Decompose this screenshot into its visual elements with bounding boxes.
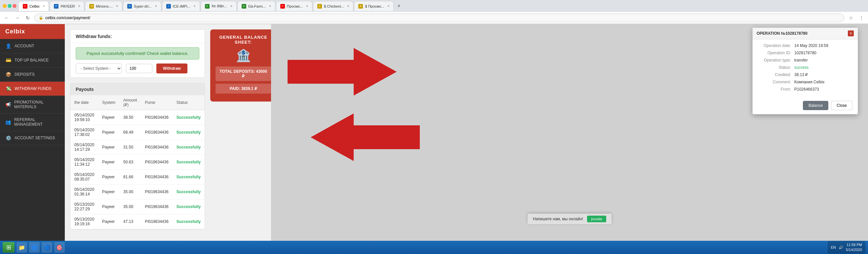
tab-payeer[interactable]: P PAYEER × [50,1,84,11]
tab-minions[interactable]: M Minions-... × [85,1,122,11]
cell-system: Payeer [98,199,119,214]
tabs-bar: C Celbix × P PAYEER × M Minions-... × S … [0,0,868,12]
tab-close-ice[interactable]: × [194,4,196,8]
tab-ice[interactable]: I ICE-IMPi... × [162,1,200,11]
table-row[interactable]: 05/14/2020 08:35:07 Payeer 81.66 PI01963… [70,170,205,185]
cell-date: 05/13/2020 19:19:16 [70,214,98,229]
reload-btn[interactable]: ↻ [24,14,32,22]
tab-xe[interactable]: X Xe điện... × [200,1,237,11]
tab-prosmo2[interactable]: $ $ Просмо... × [354,1,394,11]
sidebar-item-deposits[interactable]: 📦 DEPOSITS [0,67,65,82]
dialog-row-status: Status: success [758,65,852,70]
forward-btn[interactable]: → [13,14,21,22]
new-tab-btn[interactable]: + [394,1,404,10]
tab-close-xe[interactable]: × [230,4,232,8]
sidebar-item-account[interactable]: 👤 ACCOUNT [0,39,65,53]
tab-close-prosmo1[interactable]: × [306,4,308,8]
address-bar[interactable]: 🔒 celbix.com/user/payment/ [34,13,844,22]
start-btn[interactable]: ⊞ [3,242,14,253]
tab-syper[interactable]: S Syper-dri... × [123,1,161,11]
chat-btn[interactable]: jivosite [587,216,606,222]
cell-date: 05/14/2020 19:59:10 [70,110,98,125]
operation-type-label: Operation type: [758,58,794,62]
sidebar-item-settings[interactable]: ⚙️ ACCOUNT SETTINGS [0,131,65,145]
annotation-area: OPERATION №1028178780 × Operation date: … [271,24,868,241]
cell-purse: PI019634436 [141,185,172,199]
withdraw-btn[interactable]: Withdraw [156,63,187,74]
table-row[interactable]: 05/14/2020 19:59:10 Payeer 38.50 PI01963… [70,110,205,125]
maximize-btn[interactable] [8,4,11,8]
total-deposits-stat: TOTAL DEPOSITS: 43000 ₽ [216,66,271,81]
tab-label-celbix: Celbix [29,4,40,8]
sidebar-item-promo[interactable]: 📢 PROMOTIONAL MATERIALS [0,96,65,113]
tab-close-minions[interactable]: × [116,4,118,8]
cell-system: Payeer [98,110,119,125]
cell-date: 05/14/2020 17:38:02 [70,125,98,140]
sidebar-label-withdraw: WITHDRAW FUNDS [14,86,52,91]
from-value: P1026466373 [794,87,852,92]
table-row[interactable]: 05/13/2020 19:19:16 Payeer 47.13 PI01963… [70,214,205,229]
tab-close-chicken[interactable]: × [347,4,349,8]
back-btn[interactable]: ← [3,14,10,22]
tab-label-ice: ICE-IMPi... [173,4,190,8]
bank-icon: 🏦 [216,49,271,62]
menu-btn[interactable]: ⋮ [858,14,865,22]
close-window-btn[interactable] [12,4,17,8]
cell-purse: PI019634436 [141,110,172,125]
tab-chicken[interactable]: $ $ Chickeni... × [313,1,353,11]
tab-favicon-payeer: P [54,4,59,8]
table-row[interactable]: 05/14/2020 14:17:29 Payeer 31.50 PI01963… [70,140,205,155]
bookmark-btn[interactable]: ☆ [847,14,855,22]
sidebar-item-topup[interactable]: 💳 TOP UP BALANCE [0,53,65,67]
tab-close-syper[interactable]: × [155,4,157,8]
taskbar-app1-btn[interactable]: 🌀 [29,242,40,253]
tab-close-celbix[interactable]: × [43,4,45,8]
cell-purse: PI019634436 [141,199,172,214]
taskbar: ⊞ 📁 🌀 🔵 🎯 EN 🔊 11:59 PM 5/14/2020 [0,241,868,254]
minimize-btn[interactable] [3,4,7,8]
tab-label-prosmo1: Просмо... [287,4,303,8]
close-btn[interactable]: Close [831,101,852,110]
tab-close-prosmo2[interactable]: × [388,4,390,8]
table-row[interactable]: 05/14/2020 11:34:12 Payeer 50.63 PI01963… [70,155,205,170]
operation-date-label: Operation date: [758,43,794,48]
withdraw-form: - Select System - Withdraw [76,63,199,74]
referral-icon: 👥 [5,119,11,125]
cell-system: Payeer [98,140,119,155]
cell-date: 05/14/2020 08:35:07 [70,170,98,185]
balance-btn[interactable]: Balance [803,101,828,110]
tab-label-chicken: $ Chickeni... [324,4,344,8]
tab-prosmo1[interactable]: П Просмо... × [276,1,312,11]
settings-icon: ⚙️ [5,135,11,141]
sidebar-label-deposits: DEPOSITS [14,72,35,77]
taskbar-app2-btn[interactable]: 🎯 [54,242,65,253]
left-panel: Withdraw funds: Payout successfully conf… [70,29,205,235]
sidebar-item-referral[interactable]: 👥 REFERRAL MANAGEMENT [0,113,65,131]
browser-content: Celbix 👤 ACCOUNT 💳 TOP UP BALANCE 📦 DEPO… [0,24,868,241]
deposits-icon: 📦 [5,72,11,77]
taskbar-chrome-btn[interactable]: 🔵 [42,242,52,253]
tab-close-ga[interactable]: × [269,4,271,8]
cell-purse: PI019634436 [141,214,172,229]
tab-label-syper: Syper-dri... [134,4,152,8]
status-value: success [794,65,852,70]
balance-card: GENERAL BALANCE SHEET: 🏦 TOTAL DEPOSITS:… [210,29,271,102]
table-row[interactable]: 05/14/2020 01:36:14 Payeer 35.00 PI01963… [70,185,205,199]
amount-input[interactable] [126,64,152,73]
system-select[interactable]: - Select System - [76,63,122,74]
cell-status: Successfully [173,125,205,140]
operation-dialog: OPERATION №1028178780 × Operation date: … [752,27,858,114]
taskbar-files-btn[interactable]: 📁 [17,242,27,253]
dialog-close-x-btn[interactable]: × [848,30,854,36]
dialog-row-type: Operation type: transfer [758,58,852,62]
dialog-title: OPERATION №1028178780 [756,31,807,36]
tab-celbix[interactable]: C Celbix × [19,1,49,11]
table-row[interactable]: 05/13/2020 22:27:29 Payeer 35.00 PI01963… [70,199,205,214]
tab-close-payeer[interactable]: × [78,4,80,8]
table-row[interactable]: 05/14/2020 17:38:02 Payeer 68.49 PI01963… [70,125,205,140]
sidebar-item-withdraw[interactable]: 💸 WITHDRAW FUNDS [0,82,65,96]
cell-amount: 31.50 [119,140,141,155]
tab-ga[interactable]: G Gà-Farm... × [237,1,275,11]
cell-system: Payeer [98,214,119,229]
dialog-row-id: Operation ID: 1028178780 [758,51,852,55]
